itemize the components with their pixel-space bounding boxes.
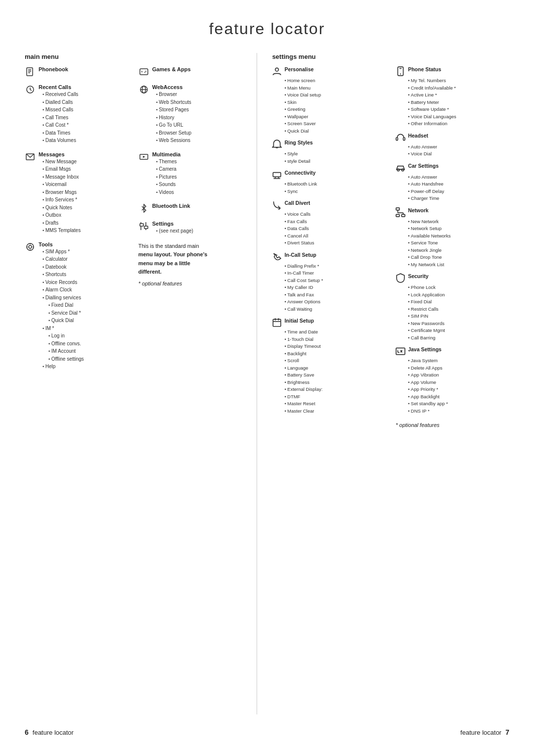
list-item: Voicemail — [39, 181, 134, 189]
footer-left-label: feature locator — [33, 729, 74, 736]
initial-setup-icon — [272, 318, 282, 328]
list-item: Call Drop Tone — [408, 254, 509, 261]
list-item: Phone Lock — [408, 284, 509, 291]
main-menu-left: Phonebook — [25, 66, 134, 378]
messages-icon — [25, 151, 36, 162]
list-item: Fixed Dial — [39, 301, 134, 309]
list-item: Main Menu — [284, 85, 386, 92]
list-item: App Volume — [408, 379, 509, 386]
security-label: Security — [408, 273, 428, 279]
ring-styles-sub-list: Style style Detail — [272, 150, 386, 165]
in-call-setup-label: In-Call Setup — [284, 252, 316, 258]
headset-label: Headset — [408, 133, 428, 139]
call-divert-sub-list: Voice Calls Fax Calls Data Calls Cancel … — [272, 211, 386, 247]
svg-rect-23 — [144, 226, 148, 229]
phone-status-item: Phone Status My Tel. Numbers Credit Info… — [396, 66, 509, 128]
connectivity-item: Connectivity Bluetooth Link Sync — [272, 170, 386, 195]
java-settings-sub-list: Java System Delete All Apps App Vibratio… — [396, 357, 509, 415]
list-item: Language — [284, 365, 386, 372]
connectivity-icon — [272, 170, 282, 180]
list-item: Browser — [152, 91, 247, 98]
list-item: My Network List — [408, 261, 509, 269]
list-item: Home screen — [284, 77, 386, 85]
network-sub-list: New Network Network Setup Available Netw… — [396, 218, 509, 269]
bluetooth-label: Bluetooth Link — [152, 203, 247, 209]
list-item: Call Cost Setup * — [284, 277, 386, 284]
games-apps-icon — [138, 66, 149, 77]
list-item: Missed Calls — [39, 106, 134, 114]
tools-sub-list: SIM Apps * Calculator Datebook Shortcuts… — [39, 248, 134, 371]
phone-status-label: Phone Status — [408, 66, 441, 72]
list-item: Voice Dial — [408, 150, 509, 158]
settings-menu-section: settings menu Personal — [257, 53, 509, 714]
footer-right-label: feature locator — [460, 729, 501, 736]
car-settings-label: Car Settings — [408, 163, 439, 169]
headset-icon — [396, 133, 405, 142]
tools-icon — [25, 241, 36, 252]
list-item: Power-off Delay — [408, 188, 509, 195]
phonebook-section: Phonebook — [25, 66, 134, 77]
list-item: SIM Apps * — [39, 248, 134, 256]
list-item: Lock Application — [408, 291, 509, 299]
ring-styles-label: Ring Styles — [284, 140, 312, 145]
ring-styles-icon — [272, 140, 282, 149]
list-item: Restrict Calls — [408, 306, 509, 313]
messages-label: Messages — [39, 151, 134, 157]
list-item: Dialled Calls — [39, 98, 134, 106]
ring-styles-item: Ring Styles Style style Detail — [272, 140, 386, 165]
list-item: Auto Answer — [408, 174, 509, 181]
recent-calls-label: Recent Calls — [39, 84, 134, 90]
initial-setup-item: Initial Setup Time and Date 1-Touch Dial… — [272, 318, 386, 415]
list-item: My Tel. Numbers — [408, 77, 509, 85]
headset-item: Headset Auto Answer Voice Dial — [396, 133, 509, 158]
list-item: Battery Meter — [408, 99, 509, 106]
list-item: Offline convs. — [39, 340, 134, 348]
list-item: Cancel All — [284, 233, 386, 240]
settings-main-section: Settings (see next page) — [138, 221, 247, 235]
left-optional-note: * optional features — [138, 281, 247, 286]
recent-calls-icon — [25, 84, 36, 95]
in-call-setup-sub-list: Dialling Prefix * In-Call Timer Call Cos… — [272, 263, 386, 313]
list-item: Greeting — [284, 106, 386, 113]
list-item: Sync — [284, 188, 386, 195]
in-call-setup-item: In-Call Setup Dialling Prefix * In-Call … — [272, 252, 386, 313]
recent-calls-sub-list: Received Calls Dialled Calls Missed Call… — [39, 91, 134, 144]
list-item: Other Information — [408, 120, 509, 128]
list-item: Available Networks — [408, 233, 509, 240]
list-item: Credit Info/Available * — [408, 85, 509, 92]
list-item: Browser Msgs — [39, 189, 134, 196]
list-item: New Passwords — [408, 320, 509, 328]
list-item: Style — [284, 150, 386, 158]
list-item: Help — [39, 363, 134, 371]
car-settings-icon — [396, 163, 405, 173]
list-item: SIM PIN — [408, 313, 509, 320]
list-item: Fax Calls — [284, 218, 386, 226]
list-item: Themes — [152, 158, 247, 166]
list-item: 1-Touch Dial — [284, 336, 386, 343]
list-item: Stored Pages — [152, 106, 247, 114]
list-item: MMS Templates — [39, 227, 134, 235]
list-item: Quick Dial — [284, 128, 386, 135]
list-item: Certificate Mgmt — [408, 327, 509, 334]
list-item: New Message — [39, 158, 134, 166]
list-item: Network Setup — [408, 225, 509, 233]
svg-rect-48 — [401, 214, 405, 216]
list-item: Wallpaper — [284, 113, 386, 121]
page-footer: 6 feature locator feature locator 7 — [25, 724, 509, 736]
list-item: Network Jingle — [408, 247, 509, 254]
list-item: Drafts — [39, 219, 134, 227]
list-item: Log in — [39, 332, 134, 340]
list-item: My Caller ID — [284, 284, 386, 291]
svg-rect-42 — [403, 138, 405, 141]
list-item: Email Msgs — [39, 165, 134, 173]
list-item: Master Reset — [284, 400, 386, 408]
settings-right-col: Phone Status My Tel. Numbers Credit Info… — [396, 66, 509, 428]
personalise-sub-list: Home screen Main Menu Voice Dial setup S… — [272, 77, 386, 135]
list-item: Videos — [152, 189, 247, 196]
list-item: Charger Time — [408, 195, 509, 202]
headset-sub-list: Auto Answer Voice Dial — [396, 143, 509, 158]
list-item: Sounds — [152, 181, 247, 189]
list-item: Java System — [408, 357, 509, 365]
java-settings-label: Java Settings — [408, 346, 442, 352]
main-menu-title: main menu — [25, 53, 247, 60]
